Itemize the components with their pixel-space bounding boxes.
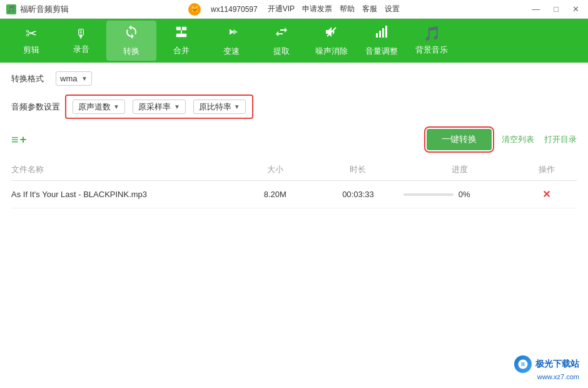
plus-icon: + [20, 133, 27, 146]
svg-rect-5 [376, 33, 378, 38]
svg-rect-8 [385, 26, 387, 38]
app-title: 福昕音频剪辑 [20, 4, 69, 15]
close-button[interactable]: ✕ [570, 3, 582, 15]
user-avatar: 🐱 [188, 3, 201, 16]
title-bar-right: — □ ✕ [529, 3, 582, 15]
svg-rect-1 [182, 27, 186, 31]
format-row: 转换格式 wma mp3 wav aac flac ogg ▼ [11, 71, 577, 86]
tool-speed-label: 变速 [223, 46, 240, 57]
file-size: 8.20M [238, 190, 313, 199]
col-header-size: 大小 [238, 164, 313, 175]
tool-record[interactable]: 🎙 录音 [56, 21, 106, 61]
link-invoice[interactable]: 申请发票 [302, 4, 332, 14]
col-header-action: 操作 [517, 164, 577, 175]
bitrate-dropdown-arrow: ▼ [234, 103, 240, 110]
format-select[interactable]: wma mp3 wav aac flac ogg [60, 74, 78, 83]
tool-edit[interactable]: ✂ 剪辑 [6, 21, 56, 61]
tool-convert[interactable]: 转换 [106, 21, 156, 61]
toolbar: ✂ 剪辑 🎙 录音 转换 合并 [0, 19, 588, 63]
svg-rect-7 [382, 28, 384, 38]
tool-volume[interactable]: 音量调整 [357, 21, 407, 61]
svg-rect-0 [176, 27, 181, 31]
delete-button[interactable]: ✕ [542, 189, 550, 200]
file-duration: 00:03:33 [313, 190, 403, 199]
tool-extract[interactable]: 提取 [256, 21, 307, 61]
speed-icon [224, 24, 239, 43]
music-icon: 🎵 [423, 26, 440, 42]
extract-icon [274, 24, 289, 43]
samplerate-select[interactable]: 原采样率 8000Hz 16000Hz 22050Hz 44100Hz [138, 102, 171, 111]
samplerate-dropdown-arrow: ▼ [174, 103, 180, 110]
denoise-icon [324, 24, 339, 43]
action-right: 一键转换 清空列表 打开目录 [427, 129, 577, 150]
watermark-logo: 极光下载站 [514, 355, 579, 373]
watermark-url: www.xz7.com [537, 373, 579, 380]
title-bar-center: 🐱 wx114970597 开通VIP 申请发票 帮助 客服 设置 [188, 3, 400, 16]
file-name: As If It's Your Last - BLACKPINK.mp3 [11, 190, 238, 199]
minimize-button[interactable]: — [529, 3, 542, 15]
channels-select-wrapper[interactable]: 原声道数 单声道 双声道 ▼ [73, 100, 125, 114]
progress-bar-bg [403, 193, 454, 196]
params-row: 音频参数设置 原声道数 单声道 双声道 ▼ 原采样率 8000Hz 16000H… [11, 94, 577, 119]
svg-rect-2 [176, 34, 187, 38]
add-icon: ≡ [11, 133, 19, 147]
tool-speed[interactable]: 变速 [206, 21, 256, 61]
file-progress: 0% [403, 190, 517, 199]
link-service[interactable]: 客服 [362, 4, 377, 14]
bitrate-select[interactable]: 原比特率 64kbps 128kbps 192kbps 320kbps [199, 102, 231, 111]
app-logo: 🎵 [6, 4, 16, 14]
tool-bgmusic[interactable]: 🎵 背景音乐 [407, 21, 457, 61]
link-vip[interactable]: 开通VIP [268, 4, 295, 14]
format-dropdown-arrow: ▼ [81, 75, 88, 82]
link-settings[interactable]: 设置 [385, 4, 400, 14]
main-content: 转换格式 wma mp3 wav aac flac ogg ▼ 音频参数设置 原… [0, 63, 588, 388]
maximize-button[interactable]: □ [551, 3, 561, 15]
table-row: As If It's Your Last - BLACKPINK.mp3 8.2… [11, 181, 577, 208]
clear-list-link[interactable]: 清空列表 [502, 134, 534, 145]
channels-select[interactable]: 原声道数 单声道 双声道 [78, 102, 111, 111]
format-label: 转换格式 [11, 73, 46, 84]
channels-dropdown-arrow: ▼ [113, 103, 119, 110]
tool-volume-label: 音量调整 [365, 46, 398, 57]
tool-denoise-label: 噪声消除 [315, 46, 348, 57]
tool-convert-label: 转换 [123, 46, 139, 57]
title-bar-left: 🎵 福昕音频剪辑 [6, 4, 69, 15]
format-select-wrapper[interactable]: wma mp3 wav aac flac ogg ▼ [56, 71, 92, 86]
add-file-button[interactable]: ≡ + [11, 133, 26, 147]
samplerate-select-wrapper[interactable]: 原采样率 8000Hz 16000Hz 22050Hz 44100Hz ▼ [133, 100, 186, 114]
progress-label: 0% [459, 190, 470, 199]
tool-merge[interactable]: 合并 [156, 21, 206, 61]
tool-denoise[interactable]: 噪声消除 [307, 21, 357, 61]
action-row: ≡ + 一键转换 清空列表 打开目录 [11, 129, 577, 150]
convert-icon [124, 24, 139, 43]
open-dir-link[interactable]: 打开目录 [544, 134, 577, 145]
scissors-icon: ✂ [26, 26, 37, 42]
title-links: 开通VIP 申请发票 帮助 客服 设置 [268, 4, 400, 14]
watermark: 极光下载站 www.xz7.com [514, 355, 579, 380]
svg-rect-6 [379, 31, 381, 38]
watermark-icon [514, 355, 532, 373]
convert-button[interactable]: 一键转换 [427, 129, 492, 150]
params-label: 音频参数设置 [11, 101, 60, 113]
user-name: wx114970597 [211, 5, 258, 14]
tool-bgmusic-label: 背景音乐 [415, 44, 448, 56]
col-header-progress: 进度 [403, 164, 517, 175]
file-action: ✕ [517, 188, 577, 200]
title-bar: 🎵 福昕音频剪辑 🐱 wx114970597 开通VIP 申请发票 帮助 客服 … [0, 0, 588, 19]
col-header-name: 文件名称 [11, 164, 238, 175]
mic-icon: 🎙 [75, 27, 88, 41]
col-header-duration: 时长 [313, 164, 403, 175]
tool-extract-label: 提取 [273, 46, 290, 57]
tool-merge-label: 合并 [173, 45, 190, 56]
tool-edit-label: 剪辑 [23, 44, 39, 56]
watermark-name: 极光下载站 [535, 359, 579, 370]
params-box: 原声道数 单声道 双声道 ▼ 原采样率 8000Hz 16000Hz 22050… [65, 94, 253, 119]
tool-record-label: 录音 [73, 44, 89, 55]
merge-icon [175, 25, 188, 43]
bitrate-select-wrapper[interactable]: 原比特率 64kbps 128kbps 192kbps 320kbps ▼ [193, 100, 246, 114]
link-help[interactable]: 帮助 [340, 4, 355, 14]
volume-icon [374, 24, 389, 43]
table-header: 文件名称 大小 时长 进度 操作 [11, 159, 577, 181]
